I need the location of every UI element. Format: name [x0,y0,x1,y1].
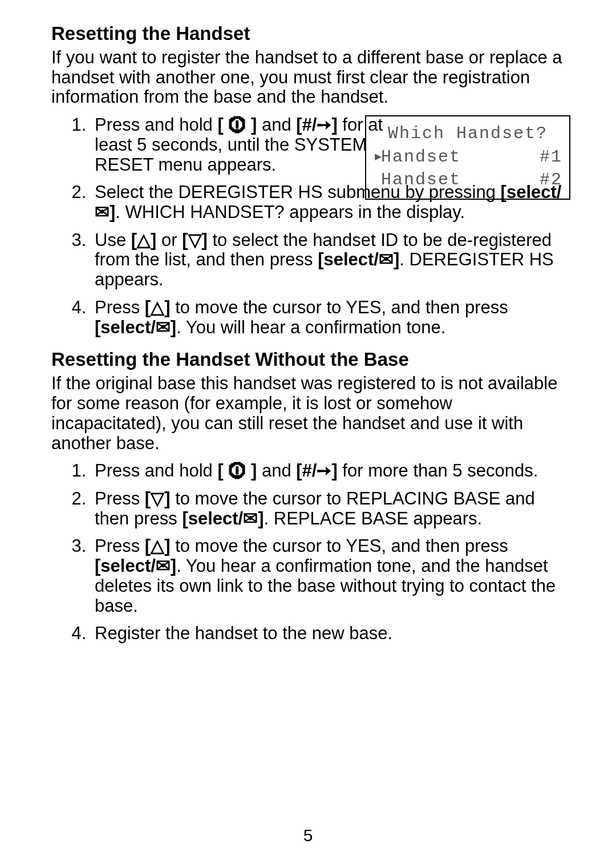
step-2-3: Press [△] to move the cursor to YES, and… [91,536,570,616]
text: to move the cursor to YES, and then pres… [171,536,508,556]
lcd-row-label: Handset [381,170,461,189]
text: Press and hold [95,115,217,135]
lcd-row-label: Handset [381,147,461,167]
lcd-cursor-spacer [373,168,381,192]
text: for more than 5 seconds. [338,461,538,481]
select-key-icon: [select/✉] [95,317,176,337]
lcd-screenshot: Which Handset? ▸Handset #1 Handset #2 [365,115,570,200]
step-2-1: Press and hold [ ⏼ ] and [#/➙] for more … [91,461,570,481]
lcd-cursor-icon: ▸ [373,146,381,169]
intro-paragraph-2: If the original base this handset was re… [51,374,570,453]
text: . WHICH HANDSET? appears in the display. [115,202,465,222]
text: and [257,115,296,135]
select-key-icon: [select/✉] [318,249,399,269]
step-2-2: Press [▽] to move the cursor to REPLACIN… [91,489,570,528]
step1-with-lcd: Press and hold [ ⏼ ] and [#/➙] for at le… [51,115,570,337]
step-2-4: Register the handset to the new base. [91,624,570,644]
text: Use [95,230,131,250]
step-1-4: Press [△] to move the cursor to YES, and… [91,298,570,337]
page-number: 5 [0,826,616,845]
up-key-icon: [△] [145,536,171,556]
text: Press [95,536,145,556]
step-1-3: Use [△] or [▽] to select the handset ID … [91,231,570,290]
document-page: Resetting the Handset If you want to reg… [0,0,616,868]
up-key-icon: [△] [131,230,157,250]
hash-right-key-icon: [#/➙] [296,461,338,481]
lcd-row-value: #1 [540,146,562,169]
select-key-icon: [select/✉] [182,508,264,528]
end-key-icon: [ ⏼ ] [217,115,257,135]
text: . REPLACE BASE appears. [264,508,483,528]
text: or [156,230,182,250]
intro-paragraph-1: If you want to register the handset to a… [51,48,570,107]
select-key-icon: [select/✉] [95,556,176,576]
heading-resetting-without-base: Resetting the Handset Without the Base [51,349,570,370]
text: to move the cursor to YES, and then pres… [171,297,508,317]
text: . You will hear a confirmation tone. [176,317,445,337]
lcd-title: Which Handset? [373,122,562,146]
text: Press [95,297,145,317]
lcd-row-2: Handset #2 [373,168,562,192]
hash-right-key-icon: [#/➙] [296,115,338,135]
text: Press and hold [95,461,217,481]
heading-resetting-handset: Resetting the Handset [51,23,570,45]
text: Press [95,488,145,508]
text: and [257,461,296,481]
lcd-row-1: ▸Handset #1 [373,146,562,169]
end-key-icon: [ ⏼ ] [217,461,257,481]
steps-list-2: Press and hold [ ⏼ ] and [#/➙] for more … [51,461,570,644]
down-key-icon: [▽] [182,230,208,250]
down-key-icon: [▽] [145,488,171,508]
up-key-icon: [△] [145,297,171,317]
lcd-row-value: #2 [540,168,562,192]
